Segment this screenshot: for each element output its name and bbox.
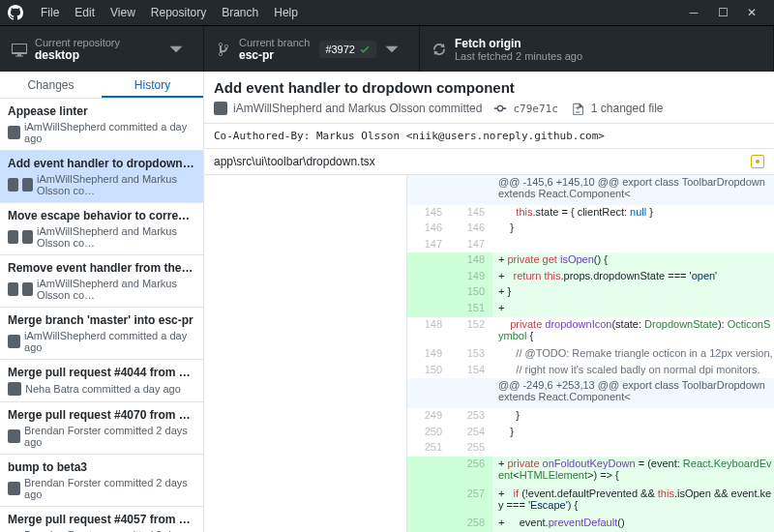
github-logo-icon [8, 5, 23, 20]
diff-line: 150154 // right now it's scaled badly on… [407, 363, 774, 379]
window-maximize[interactable]: ☐ [708, 6, 737, 19]
diff-line: 151+ [407, 301, 774, 317]
commit-item-title: Merge branch 'master' into esc-pr [8, 313, 195, 327]
menu-file[interactable]: File [33, 6, 67, 19]
commit-item-meta: iAmWillShepherd committed a day ago [8, 121, 195, 144]
diff-line: @@ -249,6 +253,13 @@ export class Toolba… [407, 378, 774, 408]
avatar [8, 230, 18, 244]
diff-line: @@ -145,6 +145,10 @@ export class Toolba… [407, 175, 774, 205]
commit-item[interactable]: bump to beta3Brendan Forster committed 2… [0, 455, 203, 507]
files-changed: 1 changed file [591, 102, 664, 115]
branch-icon [216, 42, 231, 57]
commit-item-title: Merge pull request #4057 from desktop/… [8, 513, 195, 526]
fetch-label: Fetch origin [455, 37, 582, 50]
sidebar: Changes History Appease linteriAmWillShe… [0, 72, 204, 532]
desktop-icon [12, 42, 27, 57]
commit-item-title: Remove event handler from the branches… [8, 261, 195, 275]
commit-item-meta: iAmWillShepherd and Markus Olsson co… [8, 173, 195, 196]
check-icon [359, 44, 371, 55]
diff-line: 258+ event.preventDefault() [407, 516, 774, 532]
menu-repository[interactable]: Repository [143, 6, 214, 19]
diff-line: 146146 } [407, 221, 774, 237]
menu-view[interactable]: View [103, 6, 143, 19]
diff-line: 250254 } [407, 425, 774, 441]
diff-line: 251255 [407, 440, 774, 457]
commit-detail: Add event handler to dropdown component … [204, 72, 774, 532]
repo-value: desktop [35, 48, 120, 62]
menu-edit[interactable]: Edit [67, 6, 103, 19]
avatar [214, 102, 227, 115]
commit-item[interactable]: Remove event handler from the branches…i… [0, 255, 203, 308]
commit-item[interactable]: Add event handler to dropdown compon…iAm… [0, 151, 203, 203]
chevron-down-icon [384, 42, 400, 57]
diff-line: 147147 [407, 237, 774, 253]
tab-changes[interactable]: Changes [0, 72, 102, 98]
file-path: app\src\ui\toolbar\dropdown.tsx [214, 155, 375, 168]
file-header[interactable]: app\src\ui\toolbar\dropdown.tsx [204, 149, 774, 175]
toolbar: Current repository desktop Current branc… [0, 25, 774, 72]
commit-item-title: Merge pull request #4044 from desktop/… [8, 366, 195, 379]
diff-line: 150+ } [407, 284, 774, 301]
commit-item-title: Merge pull request #4070 from desktop/… [8, 408, 195, 422]
commit-item-meta: Brendan Forster committed 2 days ago [8, 425, 195, 448]
commit-item-title: Add event handler to dropdown compon… [8, 157, 195, 170]
commit-item-title: bump to beta3 [8, 460, 195, 474]
diff-line: 149153 // @TODO: Remake triangle octicon… [407, 346, 774, 363]
repo-selector[interactable]: Current repository desktop [0, 26, 204, 72]
avatar [22, 230, 33, 244]
commit-title: Add event handler to dropdown component [214, 79, 764, 96]
repo-label: Current repository [35, 37, 120, 48]
menu-help[interactable]: Help [266, 6, 306, 19]
tab-history[interactable]: History [102, 72, 203, 98]
commit-authors: iAmWillShepherd and Markus Olsson commit… [233, 102, 482, 115]
commit-item-meta: Neha Batra committed a day ago [8, 382, 195, 396]
commit-item[interactable]: Appease linteriAmWillShepherd committed … [0, 99, 203, 151]
diff-line: 257+ if (!event.defaultPrevented && this… [407, 487, 774, 517]
commit-icon [493, 102, 507, 115]
commit-item[interactable]: Merge pull request #4070 from desktop/…B… [0, 402, 203, 455]
commit-item-title: Move escape behavior to correct compo… [8, 209, 195, 222]
window-close[interactable]: ✕ [737, 6, 766, 19]
avatar [8, 429, 20, 443]
modified-badge-icon [751, 155, 764, 168]
diff-line: 256+ private onFoldoutKeyDown = (event: … [407, 457, 774, 487]
diff-line: 145145 this.state = { clientRect: null } [407, 205, 774, 222]
commit-item-meta: Brendan Forster committed 2 days ago [8, 477, 195, 500]
branch-selector[interactable]: Current branch esc-pr #3972 [204, 26, 420, 72]
diff-line: 149+ return this.props.dropdownState ===… [407, 269, 774, 285]
branch-label: Current branch [239, 37, 310, 48]
chevron-down-icon [168, 42, 184, 57]
diff-line: 249253 } [407, 408, 774, 425]
commit-header: Add event handler to dropdown component … [204, 72, 774, 124]
titlebar: FileEditViewRepositoryBranchHelp ─ ☐ ✕ [0, 0, 774, 25]
commit-list[interactable]: Appease linteriAmWillShepherd committed … [0, 99, 203, 532]
coauthor-line: Co-Authored-By: Markus Olsson <niik@user… [204, 124, 774, 149]
diff-line: 148+ private get isOpen() { [407, 252, 774, 269]
diff-icon [572, 102, 585, 115]
sync-icon [432, 42, 447, 57]
branch-value: esc-pr [239, 48, 310, 62]
commit-item-meta: iAmWillShepherd and Markus Olsson co… [8, 278, 195, 301]
pr-badge: #3972 [319, 41, 376, 58]
avatar [22, 282, 33, 296]
menu-branch[interactable]: Branch [214, 6, 266, 19]
commit-item[interactable]: Merge pull request #4057 from desktop/…B… [0, 507, 203, 532]
diff-view[interactable]: @@ -145,6 +145,10 @@ export class Toolba… [204, 175, 774, 532]
commit-item[interactable]: Merge pull request #4044 from desktop/…N… [0, 360, 203, 402]
commit-item[interactable]: Merge branch 'master' into esc-priAmWill… [0, 308, 203, 360]
avatar [8, 482, 20, 495]
commit-item-title: Appease linter [8, 104, 195, 118]
pr-number: #3972 [325, 44, 355, 55]
commit-item[interactable]: Move escape behavior to correct compo…iA… [0, 203, 203, 255]
avatar [8, 282, 18, 296]
window-minimize[interactable]: ─ [679, 6, 708, 19]
fetch-button[interactable]: Fetch origin Last fetched 2 minutes ago [420, 26, 774, 72]
avatar [8, 178, 18, 192]
commit-sha: c79e71c [513, 103, 557, 115]
avatar [8, 382, 21, 396]
diff-line: 148152 private dropdownIcon(state: Dropd… [407, 317, 774, 347]
avatar [8, 126, 20, 139]
commit-item-meta: iAmWillShepherd committed a day ago [8, 330, 195, 353]
commit-item-meta: iAmWillShepherd and Markus Olsson co… [8, 225, 195, 249]
sidebar-tabs: Changes History [0, 72, 203, 99]
